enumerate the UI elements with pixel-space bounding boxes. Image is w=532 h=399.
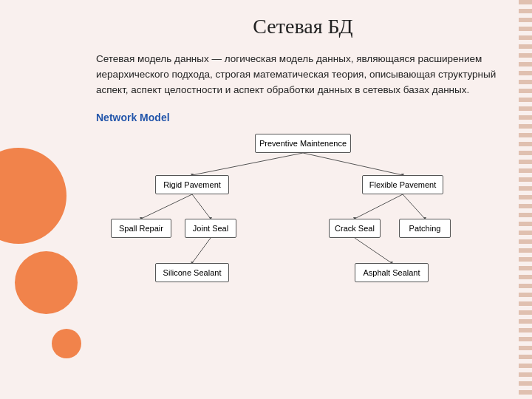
main-content: Сетевая БД Сетевая модель данных — логич… bbox=[96, 15, 510, 392]
svg-line-0 bbox=[192, 153, 303, 175]
decorative-circle-medium bbox=[15, 251, 78, 314]
node-silicone: Silicone Sealant bbox=[155, 263, 229, 282]
svg-line-3 bbox=[192, 194, 211, 219]
node-spall: Spall Repair bbox=[111, 219, 171, 238]
svg-line-2 bbox=[141, 194, 192, 219]
svg-line-7 bbox=[355, 238, 392, 263]
svg-line-4 bbox=[355, 194, 403, 219]
node-asphalt: Asphalt Sealant bbox=[355, 263, 429, 282]
node-preventive: Preventive Maintenence bbox=[255, 134, 351, 153]
node-rigid: Rigid Pavement bbox=[155, 175, 229, 194]
description-text: Сетевая модель данных — логическая модел… bbox=[96, 52, 510, 98]
node-crack: Crack Seal bbox=[329, 219, 381, 238]
decorative-stripe bbox=[519, 0, 532, 399]
node-patching: Patching bbox=[399, 219, 451, 238]
svg-line-5 bbox=[403, 194, 425, 219]
page-title: Сетевая БД bbox=[96, 15, 510, 38]
node-joint: Joint Seal bbox=[185, 219, 236, 238]
svg-line-6 bbox=[192, 238, 211, 263]
network-model-label: Network Model bbox=[96, 112, 510, 123]
network-diagram: Preventive Maintenence Rigid Pavement Fl… bbox=[111, 134, 495, 289]
decorative-circle-small bbox=[52, 329, 81, 358]
svg-line-1 bbox=[303, 153, 403, 175]
node-flexible: Flexible Pavement bbox=[362, 175, 443, 194]
decorative-circle-large bbox=[0, 148, 66, 244]
